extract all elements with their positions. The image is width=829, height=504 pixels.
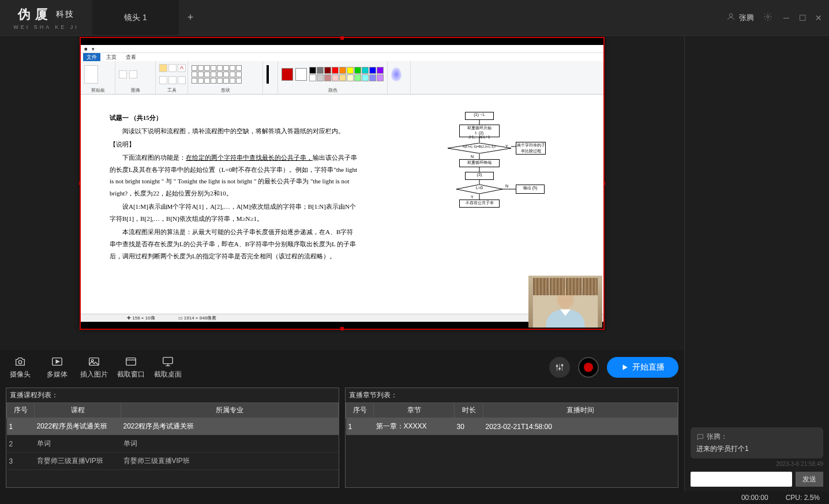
table-row[interactable]: 2单词单词 (7, 435, 339, 453)
svg-marker-34 (623, 364, 628, 370)
svg-text:N: N (505, 184, 508, 188)
chat-text: 进来的学员打个1 (696, 444, 817, 454)
ribbon-label-tools: 工具 (156, 87, 187, 93)
resize-handle-bottom[interactable] (340, 327, 344, 330)
chat-timestamp: 2023-3-6 21:58:49 (691, 461, 823, 467)
source-toolbar: 摄像头 多媒体 插入图片 截取窗口 截取桌面 (0, 351, 684, 384)
color-primary[interactable] (282, 68, 293, 81)
svg-point-0 (729, 14, 732, 17)
course-list-panel: 直播课程列表： 序号 课程 所属专业 12022程序员考试通关班2022程序员考… (6, 388, 339, 488)
chapter-list-panel: 直播章节列表： 序号 章节 时长 直播时间 1第一章：XXXXX302023-0… (345, 388, 678, 488)
th-ch-no[interactable]: 序号 (346, 403, 374, 418)
svg-text:Y: Y (505, 144, 508, 148)
th-ch-name[interactable]: 章节 (374, 403, 455, 418)
paint-canvas-content: 试题一 （共15分） 阅读以下说明和流程图，填补流程图中的空缺，将解答填入答题纸… (81, 95, 603, 314)
logo-sub: WEI SHA KE JI (13, 24, 79, 30)
status-cpu: CPU: 2.5% (786, 494, 820, 502)
logo-side: 科技 (56, 9, 74, 20)
chat-send-button[interactable]: 发送 (796, 472, 823, 487)
svg-marker-20 (56, 360, 59, 363)
ribbon-label-image: 图像 (115, 87, 155, 93)
svg-point-31 (556, 365, 558, 367)
record-icon (584, 363, 593, 372)
th-no[interactable]: 序号 (7, 403, 35, 418)
doc-p2: 【说明】 (110, 138, 358, 151)
svg-point-1 (767, 16, 769, 18)
minimize-button[interactable]: ─ (782, 13, 791, 22)
course-table: 序号 课程 所属专业 12022程序员考试通关班2022程序员考试通关班2单词单… (6, 403, 339, 470)
svg-text:N: N (471, 155, 474, 159)
paint-menubar: ■▾ (81, 45, 603, 53)
chapter-list-title: 直播章节列表： (346, 388, 678, 403)
ribbon-label-shapes: 形状 (188, 87, 262, 93)
paint-tab-file[interactable]: 文件 (83, 53, 100, 62)
tab-label: 镜头 1 (124, 13, 147, 23)
settings-button[interactable] (763, 12, 772, 23)
insert-image-button[interactable]: 插入图片 (80, 355, 108, 379)
chapter-table: 序号 章节 时长 直播时间 1第一章：XXXXX302023-02-21T14:… (346, 403, 678, 435)
titlebar: 伪厦 科技 WEI SHA KE JI 镜头 1 + 张腾 ─ ☐ ✕ (0, 0, 829, 36)
svg-rect-23 (126, 358, 136, 366)
resize-handle-top[interactable] (340, 36, 344, 40)
table-row[interactable]: 12022程序员考试通关班2022程序员考试通关班 (7, 418, 339, 435)
svg-point-33 (561, 364, 563, 366)
th-major[interactable]: 所属专业 (121, 403, 339, 418)
svg-rect-25 (163, 358, 173, 364)
th-course[interactable]: 课程 (35, 403, 121, 418)
table-row[interactable]: 1第一章：XXXXX302023-02-21T14:58:00 (346, 418, 678, 435)
flowchart-diagram: (1)→L 双重循环开始I: (2)J:1,…N-L+1 A[I:I+L-1]=… (430, 112, 546, 227)
paint-statusbar: ✚ 158 × 10像 ▭ 1914 × 848像素 (81, 314, 603, 322)
course-list-title: 直播课程列表： (6, 388, 339, 403)
user-button[interactable]: 张腾 (726, 12, 754, 23)
doc-p3: 下面流程图的功能是：在给定的两个字符串中查找最长的公共子串，输出该公共子串的长度… (110, 152, 358, 200)
statusbar: 00:00:00 CPU: 2.5% (0, 491, 829, 504)
logo-text: 伪厦 (18, 6, 52, 23)
paint-ribbon: 剪贴板 图像 A 工具 (81, 61, 603, 95)
maximize-button[interactable]: ☐ (798, 13, 807, 22)
doc-p4: 设A[1:M]表示由M个字符A[1]，A[2],…，A[M]依次组成的字符串；B… (110, 201, 358, 225)
svg-point-18 (18, 360, 22, 364)
chat-bubble-icon (696, 433, 704, 441)
scene-tabs: 镜头 1 + (92, 0, 726, 35)
svg-point-32 (559, 368, 561, 370)
paint-ribbon-tabs: 文件 主页 查看 (81, 53, 603, 61)
tab-scene-1[interactable]: 镜头 1 (92, 0, 179, 35)
tab-add-button[interactable]: + (179, 0, 202, 35)
close-button[interactable]: ✕ (814, 13, 823, 22)
th-ch-time[interactable]: 直播时间 (483, 403, 678, 418)
paint-tab-home[interactable]: 主页 (103, 53, 120, 62)
mixer-button[interactable] (549, 357, 570, 378)
preview-zone: ■▾ 文件 主页 查看 剪贴板 图像 (0, 36, 684, 351)
doc-p5: 本流程图采用的算法是：从最大可能的公共子串长度值开始逐步递减，在A、B字符串中查… (110, 226, 358, 262)
chat-sender: 张腾： (707, 432, 727, 442)
camera-pip-overlay[interactable] (528, 276, 602, 328)
app-logo: 伪厦 科技 WEI SHA KE JI (0, 0, 92, 35)
start-live-button[interactable]: 开始直播 (607, 357, 678, 378)
user-name: 张腾 (739, 13, 754, 23)
preview-canvas[interactable]: ■▾ 文件 主页 查看 剪贴板 图像 (80, 37, 605, 330)
captured-paint-window: ■▾ 文件 主页 查看 剪贴板 图像 (81, 45, 603, 322)
doc-heading: 试题一 （共15分） (110, 112, 358, 124)
chat-message: 张腾： 进来的学员打个1 (691, 427, 823, 458)
user-icon (726, 12, 736, 23)
chat-panel: 张腾： 进来的学员打个1 2023-3-6 21:58:49 发送 (685, 36, 829, 491)
th-ch-dur[interactable]: 时长 (455, 403, 483, 418)
ribbon-label-clipboard: 剪贴板 (81, 87, 115, 93)
record-button[interactable] (578, 357, 599, 378)
capture-window-button[interactable]: 截取窗口 (117, 355, 145, 379)
camera-button[interactable]: 摄像头 (6, 355, 35, 379)
table-row[interactable]: 3育婴师三级直播VIP班育婴师三级直播VIP班 (7, 453, 339, 470)
doc-p1: 阅读以下说明和流程图，填补流程图中的空缺，将解答填入答题纸的对应栏内。 (110, 125, 358, 137)
svg-text:Y: Y (471, 195, 474, 199)
play-icon (621, 363, 629, 371)
capture-desktop-button[interactable]: 截取桌面 (153, 355, 182, 379)
media-button[interactable]: 多媒体 (43, 355, 72, 379)
status-timer: 00:00:00 (741, 494, 768, 502)
paint-tab-view[interactable]: 查看 (122, 53, 140, 62)
chat-input[interactable] (691, 472, 792, 487)
ribbon-label-color: 颜色 (278, 87, 387, 93)
color-secondary[interactable] (295, 68, 307, 81)
